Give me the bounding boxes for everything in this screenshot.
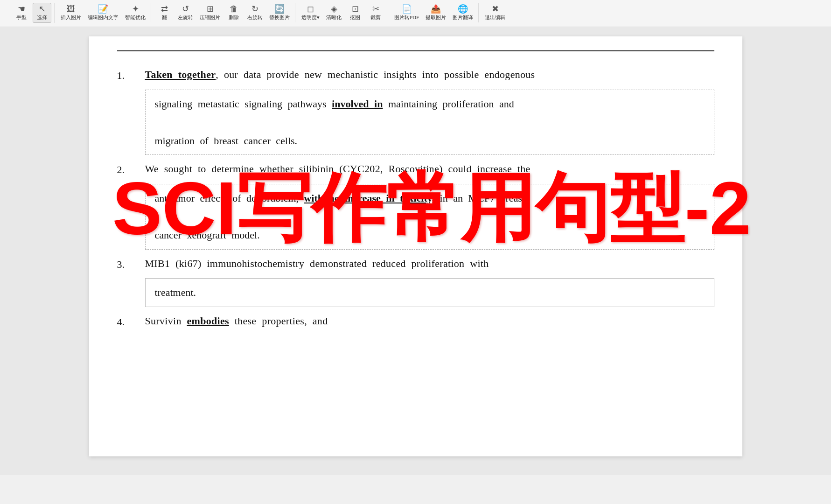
insert-image-icon: 🖼	[67, 5, 75, 13]
list-item-2: 2. We sought to determine whether silibi…	[117, 160, 714, 179]
exit-edit-label: 退出编辑	[485, 14, 505, 21]
hand-label: 手型	[16, 14, 27, 21]
delete-label: 删除	[229, 14, 239, 21]
edit-image-text-label: 编辑图内文字	[88, 14, 119, 21]
hand-icon: ☚	[18, 5, 25, 13]
list-item-1: 1. Taken together, our data provide new …	[117, 65, 714, 85]
insert-image-button[interactable]: 🖼 插入图片	[58, 3, 84, 22]
list-content-1: Taken together, our data provide new mec…	[145, 65, 714, 84]
transparency-icon: ◻	[307, 5, 314, 13]
toolbar-group-hand-select: ☚ 手型 ↖ 选择	[9, 3, 55, 23]
clip-icon: ✂	[372, 5, 379, 13]
transparency-label: 透明度▾	[301, 14, 320, 21]
list-content-2: We sought to determine whether silibinin…	[145, 160, 714, 178]
sharpen-button[interactable]: ◈ 清晰化	[324, 3, 344, 22]
toolbar-group-exit: ✖ 退出编辑	[480, 3, 510, 22]
rotate-left-label: 左旋转	[178, 14, 193, 21]
list-item-4: 4. Survivin embodies these properties, a…	[117, 312, 714, 331]
flip-label: 翻	[162, 14, 167, 21]
clip-label: 裁剪	[370, 14, 381, 21]
replace-image-button[interactable]: 🔄 替换图片	[267, 3, 292, 22]
delete-icon: 🗑	[230, 5, 238, 13]
list-number-1: 1.	[117, 65, 145, 85]
toolbar-group-image-adjust: ◻ 透明度▾ ◈ 清晰化 ⊡ 抠图 ✂ 裁剪	[296, 3, 388, 22]
edit-image-text-icon: 📝	[98, 5, 108, 13]
toolbar: ☚ 手型 ↖ 选择 🖼 插入图片 📝 编辑图内文字 ✦ 智能优化 ⇄ 翻 ↺ 左…	[0, 0, 831, 27]
transparency-button[interactable]: ◻ 透明度▾	[299, 3, 322, 22]
image-to-pdf-button[interactable]: 📄 图片转PDF	[392, 3, 421, 22]
extract-image-label: 提取图片	[426, 14, 446, 21]
flip-button[interactable]: ⇄ 翻	[155, 3, 174, 22]
rotate-right-label: 右旋转	[247, 14, 263, 21]
image-to-pdf-label: 图片转PDF	[394, 14, 419, 21]
replace-image-label: 替换图片	[269, 14, 290, 21]
matting-label: 抠图	[350, 14, 360, 21]
rotate-left-icon: ↺	[182, 5, 189, 13]
image-translate-label: 图片翻译	[453, 14, 473, 21]
document-rule	[117, 50, 714, 51]
list-item-3: 3. MIB1 (ki67) immunohistochemistry demo…	[117, 254, 714, 274]
insert-image-label: 插入图片	[61, 14, 81, 21]
list-content-3: MIB1 (ki67) immunohistochemistry demonst…	[145, 254, 714, 273]
taken-together-text: Taken together	[145, 69, 216, 80]
rotate-right-icon: ↻	[251, 5, 258, 13]
toolbar-group-convert: 📄 图片转PDF 📤 提取图片 🌐 图片翻译	[389, 3, 479, 22]
extract-image-icon: 📤	[431, 5, 441, 13]
clip-button[interactable]: ✂ 裁剪	[366, 3, 385, 22]
delete-button[interactable]: 🗑 删除	[224, 3, 243, 22]
sharpen-label: 清晰化	[326, 14, 342, 21]
list-number-2: 2.	[117, 160, 145, 179]
extract-image-button[interactable]: 📤 提取图片	[423, 3, 448, 22]
image-translate-icon: 🌐	[458, 5, 468, 13]
edit-image-text-button[interactable]: 📝 编辑图内文字	[85, 3, 121, 22]
replace-image-icon: 🔄	[274, 5, 285, 13]
select-tool-button[interactable]: ↖ 选择	[33, 3, 51, 23]
exit-edit-icon: ✖	[492, 5, 499, 13]
exit-edit-button[interactable]: ✖ 退出编辑	[482, 3, 508, 22]
involved-in-text: involved in	[332, 98, 383, 110]
continuation-block-1: signaling metastatic signaling pathways …	[145, 90, 714, 155]
hand-tool-button[interactable]: ☚ 手型	[12, 3, 31, 22]
document-page: SCI写作常用句型-2 1. Taken together, our data …	[89, 36, 742, 456]
compress-image-label: 压缩图片	[200, 14, 220, 21]
compress-image-button[interactable]: ⊞ 压缩图片	[197, 3, 223, 22]
continuation-block-2: antitumor effects of doxorubicin, with n…	[145, 184, 714, 250]
list-number-4: 4.	[117, 312, 145, 331]
toolbar-group-image-ops: 🖼 插入图片 📝 编辑图内文字 ✦ 智能优化	[56, 3, 151, 22]
matting-icon: ⊡	[352, 5, 359, 13]
list-content-4: Survivin embodies these properties, and	[145, 312, 714, 330]
continuation-block-3: treatment.	[145, 278, 714, 307]
image-to-pdf-icon: 📄	[402, 5, 412, 13]
sharpen-icon: ◈	[331, 5, 337, 13]
compress-image-icon: ⊞	[207, 5, 214, 13]
smart-optimize-icon: ✦	[132, 5, 139, 13]
flip-icon: ⇄	[161, 5, 168, 13]
rotate-left-button[interactable]: ↺ 左旋转	[175, 3, 196, 22]
smart-optimize-label: 智能优化	[125, 14, 146, 21]
select-icon: ↖	[39, 5, 46, 13]
no-increase-toxicity-text: with no increase in toxicity,	[304, 192, 434, 204]
list-number-3: 3.	[117, 254, 145, 274]
select-label: 选择	[37, 14, 47, 21]
embodies-text: embodies	[187, 315, 229, 327]
toolbar-group-rotate-flip: ⇄ 翻 ↺ 左旋转 ⊞ 压缩图片 🗑 删除 ↻ 右旋转 🔄 替换图片	[152, 3, 295, 22]
image-translate-button[interactable]: 🌐 图片翻译	[450, 3, 475, 22]
rotate-right-button[interactable]: ↻ 右旋转	[245, 3, 265, 22]
matting-button[interactable]: ⊡ 抠图	[346, 3, 364, 22]
document-area: SCI写作常用句型-2 1. Taken together, our data …	[0, 27, 831, 475]
smart-optimize-button[interactable]: ✦ 智能优化	[123, 3, 148, 22]
